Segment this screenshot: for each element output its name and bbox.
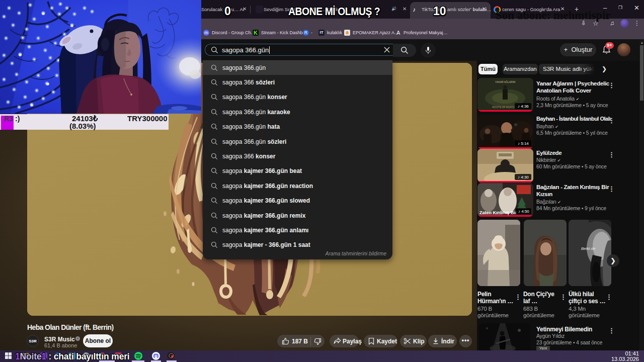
svg-text:ROOTS OF ANATOLIA: ROOTS OF ANATOLIA — [492, 106, 518, 109]
svg-text:YANAR AĞLARIM: YANAR AĞLARIM — [495, 80, 515, 83]
svg-text:♪ 4:30: ♪ 4:30 — [518, 175, 529, 179]
svg-text:Belki de: Belki de — [581, 246, 596, 251]
svg-text:♪ 4:50: ♪ 4:50 — [518, 209, 529, 214]
svg-text:Zaten Kırılmış Bir: Zaten Kırılmış Bir — [479, 210, 517, 215]
svg-text:♪ 4:36: ♪ 4:36 — [518, 104, 529, 109]
svg-text:♪ 5:14: ♪ 5:14 — [518, 141, 529, 146]
